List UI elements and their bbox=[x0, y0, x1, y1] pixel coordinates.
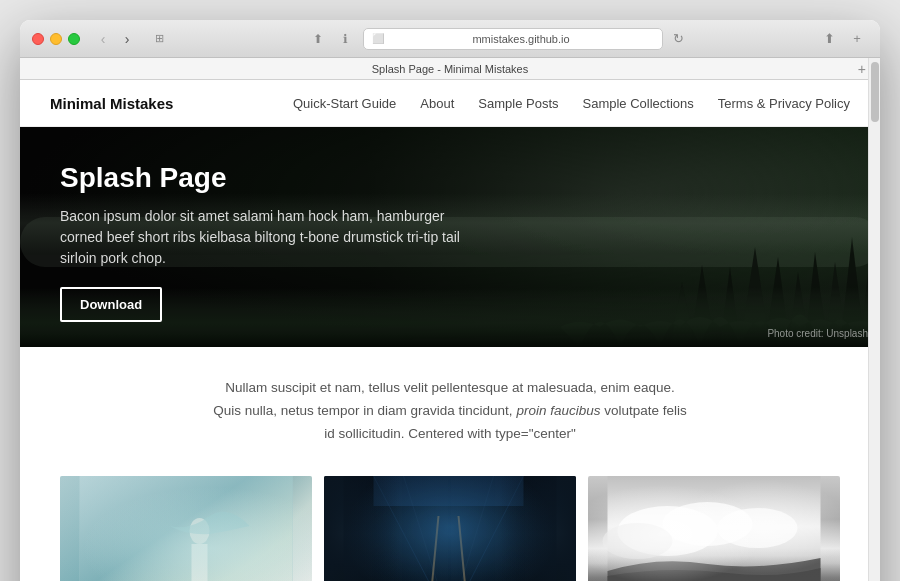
website-content: Minimal Mistakes Quick-Start Guide About… bbox=[20, 80, 880, 581]
close-button[interactable] bbox=[32, 33, 44, 45]
centered-text-em: proin faucibus bbox=[516, 403, 600, 418]
svg-line-24 bbox=[459, 516, 469, 581]
svg-rect-12 bbox=[80, 476, 293, 581]
nav-link-terms[interactable]: Terms & Privacy Policy bbox=[718, 96, 850, 111]
lock-icon: ⬜ bbox=[372, 33, 384, 44]
add-tab-button[interactable]: + bbox=[858, 61, 866, 77]
svg-rect-15 bbox=[192, 544, 208, 581]
svg-line-19 bbox=[450, 476, 524, 581]
tab-label[interactable]: Splash Page - Minimal Mistakes bbox=[372, 63, 529, 75]
svg-line-20 bbox=[404, 476, 450, 581]
svg-rect-25 bbox=[608, 476, 821, 581]
gallery-image-3-svg bbox=[588, 476, 840, 581]
scrollbar-thumb[interactable] bbox=[871, 62, 879, 122]
back-button[interactable]: ‹ bbox=[92, 30, 114, 48]
hero-section: Splash Page Bacon ipsum dolor sit amet s… bbox=[20, 127, 880, 347]
gallery-image-1-svg bbox=[60, 476, 312, 581]
tab-view-button[interactable]: ⊞ bbox=[146, 30, 172, 48]
share-toolbar-icon[interactable]: ⬆ bbox=[818, 28, 840, 50]
minimize-button[interactable] bbox=[50, 33, 62, 45]
gallery-image-2-svg bbox=[324, 476, 576, 581]
browser-window: ‹ › ⊞ ⬆ ℹ ⬜ mmistakes.github.io ↻ ⬆ + Sp… bbox=[20, 20, 880, 581]
download-button[interactable]: Download bbox=[60, 287, 162, 322]
nav-link-quickstart[interactable]: Quick-Start Guide bbox=[293, 96, 396, 111]
svg-point-27 bbox=[663, 502, 753, 546]
main-content: Nullam suscipit et nam, tellus velit pel… bbox=[20, 347, 880, 581]
site-logo[interactable]: Minimal Mistakes bbox=[50, 95, 173, 112]
traffic-lights bbox=[32, 33, 80, 45]
centered-text: Nullam suscipit et nam, tellus velit pel… bbox=[210, 377, 690, 446]
refresh-button[interactable]: ↻ bbox=[673, 31, 684, 46]
nav-arrows: ‹ › bbox=[92, 30, 138, 48]
svg-rect-17 bbox=[344, 476, 557, 581]
gallery-image-1[interactable] bbox=[60, 476, 312, 581]
svg-rect-16 bbox=[344, 476, 557, 581]
svg-point-29 bbox=[603, 523, 673, 559]
svg-line-23 bbox=[429, 516, 439, 581]
site-nav: Minimal Mistakes Quick-Start Guide About… bbox=[20, 80, 880, 127]
nav-link-posts[interactable]: Sample Posts bbox=[478, 96, 558, 111]
svg-point-14 bbox=[190, 518, 210, 544]
url-text: mmistakes.github.io bbox=[389, 33, 654, 45]
nav-links: Quick-Start Guide About Sample Posts Sam… bbox=[293, 94, 850, 112]
address-bar-area: ⬆ ℹ ⬜ mmistakes.github.io ↻ bbox=[172, 28, 818, 50]
svg-line-21 bbox=[450, 476, 494, 581]
add-bookmark-icon[interactable]: + bbox=[846, 28, 868, 50]
image-grid bbox=[60, 476, 840, 581]
svg-rect-22 bbox=[374, 476, 524, 506]
address-bar[interactable]: ⬜ mmistakes.github.io bbox=[363, 28, 663, 50]
svg-point-26 bbox=[618, 506, 718, 556]
maximize-button[interactable] bbox=[68, 33, 80, 45]
gallery-image-3[interactable] bbox=[588, 476, 840, 581]
svg-line-18 bbox=[374, 476, 450, 581]
svg-rect-13 bbox=[80, 476, 293, 581]
nav-link-about[interactable]: About bbox=[420, 96, 454, 111]
hero-description: Bacon ipsum dolor sit amet salami ham ho… bbox=[60, 206, 480, 269]
tabbar: Splash Page - Minimal Mistakes bbox=[20, 58, 880, 80]
nav-link-collections[interactable]: Sample Collections bbox=[583, 96, 694, 111]
titlebar-right: ⬆ + bbox=[818, 28, 868, 50]
forward-button[interactable]: › bbox=[116, 30, 138, 48]
photo-credit: Photo credit: Unsplash bbox=[767, 328, 868, 339]
info-icon[interactable]: ℹ bbox=[335, 28, 357, 50]
gallery-image-2[interactable] bbox=[324, 476, 576, 581]
hero-content: Splash Page Bacon ipsum dolor sit amet s… bbox=[20, 127, 880, 347]
titlebar: ‹ › ⊞ ⬆ ℹ ⬜ mmistakes.github.io ↻ ⬆ + bbox=[20, 20, 880, 58]
hero-title: Splash Page bbox=[60, 162, 840, 194]
svg-point-28 bbox=[718, 508, 798, 548]
share-icon[interactable]: ⬆ bbox=[307, 28, 329, 50]
